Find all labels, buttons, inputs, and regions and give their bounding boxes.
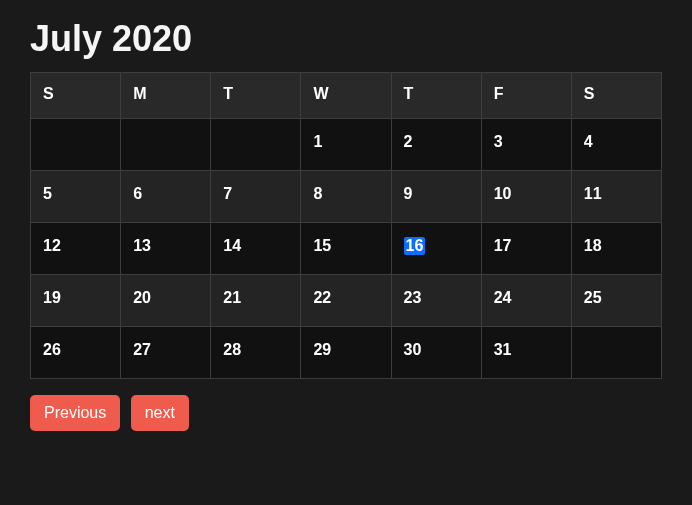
next-button[interactable]: next xyxy=(131,395,189,431)
calendar-date-cell[interactable]: 5 xyxy=(31,171,121,223)
calendar-date-cell[interactable]: 30 xyxy=(391,327,481,379)
previous-button[interactable]: Previous xyxy=(30,395,120,431)
date-number: 17 xyxy=(494,237,512,255)
date-number: 6 xyxy=(133,185,142,203)
calendar-date-cell xyxy=(121,119,211,171)
date-number: 13 xyxy=(133,237,151,255)
date-number: 10 xyxy=(494,185,512,203)
calendar-date-cell[interactable]: 18 xyxy=(571,223,661,275)
calendar-date-cell[interactable]: 26 xyxy=(31,327,121,379)
weekday-header: S xyxy=(31,73,121,119)
calendar-week-row: 19202122232425 xyxy=(31,275,662,327)
nav-buttons: Previous next xyxy=(30,395,662,431)
date-number: 24 xyxy=(494,289,512,307)
date-number: 27 xyxy=(133,341,151,359)
calendar-week-row: 12131415161718 xyxy=(31,223,662,275)
date-number: 22 xyxy=(313,289,331,307)
date-number: 1 xyxy=(313,133,322,151)
date-number: 28 xyxy=(223,341,241,359)
calendar-date-cell[interactable]: 3 xyxy=(481,119,571,171)
calendar-date-cell[interactable]: 29 xyxy=(301,327,391,379)
date-number: 30 xyxy=(404,341,422,359)
weekday-header-row: S M T W T F S xyxy=(31,73,662,119)
date-number: 7 xyxy=(223,185,232,203)
weekday-header: T xyxy=(211,73,301,119)
calendar-date-cell[interactable]: 31 xyxy=(481,327,571,379)
weekday-header: F xyxy=(481,73,571,119)
date-number: 9 xyxy=(404,185,413,203)
calendar-date-cell[interactable]: 6 xyxy=(121,171,211,223)
date-number: 16 xyxy=(404,237,426,255)
calendar-date-cell[interactable]: 17 xyxy=(481,223,571,275)
calendar-date-cell[interactable]: 14 xyxy=(211,223,301,275)
calendar-date-cell[interactable]: 20 xyxy=(121,275,211,327)
calendar-date-cell[interactable]: 1 xyxy=(301,119,391,171)
calendar-date-cell[interactable]: 24 xyxy=(481,275,571,327)
calendar-date-cell[interactable]: 8 xyxy=(301,171,391,223)
date-number: 3 xyxy=(494,133,503,151)
calendar-date-cell xyxy=(571,327,661,379)
date-number: 4 xyxy=(584,133,593,151)
calendar-date-cell[interactable]: 16 xyxy=(391,223,481,275)
date-number: 31 xyxy=(494,341,512,359)
calendar-date-cell[interactable]: 27 xyxy=(121,327,211,379)
date-number: 19 xyxy=(43,289,61,307)
date-number: 25 xyxy=(584,289,602,307)
calendar-grid: S M T W T F S 12345678910111213141516171… xyxy=(30,72,662,379)
date-number: 5 xyxy=(43,185,52,203)
calendar-date-cell[interactable]: 4 xyxy=(571,119,661,171)
calendar-date-cell xyxy=(31,119,121,171)
calendar-date-cell[interactable]: 9 xyxy=(391,171,481,223)
date-number: 21 xyxy=(223,289,241,307)
date-number: 12 xyxy=(43,237,61,255)
calendar-date-cell[interactable]: 13 xyxy=(121,223,211,275)
calendar-date-cell[interactable]: 25 xyxy=(571,275,661,327)
calendar-date-cell[interactable]: 12 xyxy=(31,223,121,275)
calendar-date-cell[interactable]: 21 xyxy=(211,275,301,327)
date-number: 11 xyxy=(584,185,602,203)
weekday-header: M xyxy=(121,73,211,119)
weekday-header: T xyxy=(391,73,481,119)
calendar-date-cell[interactable]: 19 xyxy=(31,275,121,327)
date-number: 14 xyxy=(223,237,241,255)
calendar-date-cell[interactable]: 7 xyxy=(211,171,301,223)
calendar-date-cell[interactable]: 2 xyxy=(391,119,481,171)
date-number: 2 xyxy=(404,133,413,151)
calendar-date-cell[interactable]: 15 xyxy=(301,223,391,275)
calendar-date-cell[interactable]: 22 xyxy=(301,275,391,327)
calendar-title: July 2020 xyxy=(30,18,662,60)
date-number: 29 xyxy=(313,341,331,359)
date-number: 18 xyxy=(584,237,602,255)
calendar-date-cell xyxy=(211,119,301,171)
calendar-date-cell[interactable]: 28 xyxy=(211,327,301,379)
date-number: 26 xyxy=(43,341,61,359)
date-number: 23 xyxy=(404,289,422,307)
calendar-date-cell[interactable]: 10 xyxy=(481,171,571,223)
calendar-week-row: 262728293031 xyxy=(31,327,662,379)
calendar-week-row: 1234 xyxy=(31,119,662,171)
calendar-week-row: 567891011 xyxy=(31,171,662,223)
calendar-date-cell[interactable]: 23 xyxy=(391,275,481,327)
weekday-header: S xyxy=(571,73,661,119)
calendar-date-cell[interactable]: 11 xyxy=(571,171,661,223)
date-number: 15 xyxy=(313,237,331,255)
date-number: 8 xyxy=(313,185,322,203)
weekday-header: W xyxy=(301,73,391,119)
date-number: 20 xyxy=(133,289,151,307)
